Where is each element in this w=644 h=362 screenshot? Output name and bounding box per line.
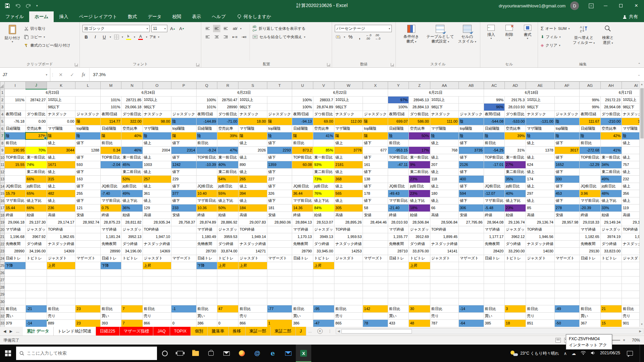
cell[interactable] xyxy=(121,291,143,298)
cell[interactable]: ダウ前日比 xyxy=(409,111,430,118)
cell[interactable]: マザ陽陰 xyxy=(334,125,363,132)
cell[interactable] xyxy=(459,277,484,284)
cell[interactable]: -210.00 xyxy=(600,118,622,125)
cell[interactable] xyxy=(5,277,26,284)
cell[interactable]: 東二前日比 xyxy=(600,168,622,176)
cell[interactable]: 上昇 xyxy=(238,262,267,269)
cell[interactable]: 102以上 xyxy=(47,96,75,104)
cell[interactable]: 379 xyxy=(5,320,26,327)
scroll-right-icon[interactable]: ▶ xyxy=(638,329,643,333)
cell[interactable]: 34,196.00 xyxy=(121,248,143,255)
cell[interactable]: 前日比 xyxy=(292,139,313,147)
cell[interactable]: マザ陽陰 xyxy=(526,125,554,132)
cell[interactable]: 69.00 xyxy=(313,118,334,125)
cell[interactable]: 377 xyxy=(171,190,197,197)
cell[interactable]: ダウ前日比 xyxy=(313,111,334,118)
cell[interactable] xyxy=(580,176,601,183)
cell[interactable]: 3962.12 xyxy=(505,233,526,241)
cell[interactable] xyxy=(334,277,363,284)
cell[interactable]: 前日比 xyxy=(580,139,601,147)
cell[interactable]: 102以上 xyxy=(526,96,554,104)
column-header-P[interactable]: P xyxy=(171,82,197,89)
cell[interactable]: 前日比 xyxy=(100,139,121,147)
cell[interactable]: 値上 xyxy=(526,183,554,190)
cell[interactable] xyxy=(25,262,47,269)
cell[interactable]: 119 xyxy=(622,204,640,212)
cell[interactable]: 386 xyxy=(196,320,217,327)
cell[interactable] xyxy=(217,277,238,284)
cell[interactable]: 55% xyxy=(217,190,238,197)
cell[interactable] xyxy=(121,298,143,305)
comma-style-icon[interactable]: , xyxy=(356,33,363,41)
cell[interactable] xyxy=(600,262,622,269)
cell[interactable]: 前日比 xyxy=(5,305,26,313)
cell[interactable]: ナスダック xyxy=(143,111,171,118)
cell[interactable]: 29,136.74 xyxy=(505,219,526,226)
cell[interactable]: 14030 xyxy=(526,248,554,255)
cell[interactable]: ダウ終値 xyxy=(313,240,334,248)
percent-style-icon[interactable]: % xyxy=(347,33,354,41)
cell[interactable]: -64 xyxy=(459,320,484,327)
cell[interactable]: 586.00 xyxy=(409,118,430,125)
cell[interactable]: 315 xyxy=(47,176,75,183)
cell[interactable]: トピトレ xyxy=(600,255,622,262)
cell[interactable]: jq前日比 xyxy=(409,183,430,190)
cell[interactable] xyxy=(334,262,363,269)
cell[interactable]: ジャスダック xyxy=(459,111,484,118)
cell[interactable] xyxy=(25,277,47,284)
cell[interactable]: 40% xyxy=(505,190,526,197)
cell[interactable]: 594 xyxy=(459,190,484,197)
cell[interactable]: 85 xyxy=(526,204,554,212)
cell[interactable]: 28,506.84 xyxy=(430,219,459,226)
cell[interactable]: マザーズト xyxy=(171,255,197,262)
cell[interactable] xyxy=(217,284,238,291)
cell[interactable]: 値下 xyxy=(171,183,197,190)
orientation-icon[interactable]: ab̸ xyxy=(231,25,238,32)
column-header-K[interactable]: K xyxy=(47,82,75,89)
cell[interactable] xyxy=(505,312,526,320)
cell[interactable]: JQ前日比 xyxy=(292,183,313,190)
cell[interactable]: 3959.53 xyxy=(217,233,238,241)
cell[interactable]: -544.08 xyxy=(484,118,505,125)
ribbon-tab-挿入[interactable]: 挿入 xyxy=(54,11,73,22)
cell[interactable]: 482 xyxy=(47,190,75,197)
account-email[interactable]: dryyourtearswithlove1@gmail.com xyxy=(499,3,566,8)
row-header-19[interactable]: 19 xyxy=(0,219,5,226)
cell[interactable]: 値上下比 xyxy=(121,197,143,204)
cell[interactable]: 28,874.89 xyxy=(313,104,334,111)
task-view-icon[interactable] xyxy=(172,345,188,362)
cell[interactable] xyxy=(171,248,197,255)
cell[interactable] xyxy=(505,277,526,284)
ribbon-tab-数式[interactable]: 数式 xyxy=(122,11,142,22)
cell[interactable]: 21 xyxy=(600,305,622,313)
cell[interactable] xyxy=(554,284,580,291)
cell[interactable]: 東一前日比 xyxy=(217,154,238,161)
row-header-4[interactable]: 4 xyxy=(0,111,5,118)
cell[interactable]: 値下 xyxy=(267,139,292,147)
cell[interactable]: 空売比率 xyxy=(121,125,143,132)
cell[interactable]: 99% xyxy=(580,104,601,111)
cell[interactable]: 98以下 xyxy=(47,104,75,111)
cell[interactable]: 28790 xyxy=(292,248,313,255)
cell[interactable] xyxy=(75,226,101,233)
cell[interactable]: 空売比率 xyxy=(600,125,622,132)
cell[interactable]: 14253 xyxy=(334,248,363,255)
cell[interactable]: 28,895.26 xyxy=(334,219,363,226)
cell[interactable] xyxy=(238,277,267,284)
cell[interactable]: 227 xyxy=(267,176,292,183)
store-icon[interactable] xyxy=(203,345,219,362)
cell[interactable]: マザーズト xyxy=(75,255,101,262)
start-button[interactable] xyxy=(0,345,16,362)
cell[interactable]: 1242 xyxy=(171,161,197,169)
cell[interactable] xyxy=(196,291,217,298)
cell[interactable] xyxy=(217,269,238,277)
cell[interactable]: 高値 xyxy=(430,212,459,219)
cell[interactable]: 安値 xyxy=(554,212,580,219)
weather-widget[interactable]: 23°C くもり時々晴れ xyxy=(511,351,559,356)
cell[interactable]: 6月18日 xyxy=(484,89,580,97)
cell[interactable]: 84% xyxy=(313,204,334,212)
cell[interactable]: 393 xyxy=(100,320,121,327)
cell[interactable]: マザ前日比 xyxy=(580,197,601,204)
cell[interactable]: トピトレ xyxy=(409,255,430,262)
cell[interactable] xyxy=(334,269,363,277)
